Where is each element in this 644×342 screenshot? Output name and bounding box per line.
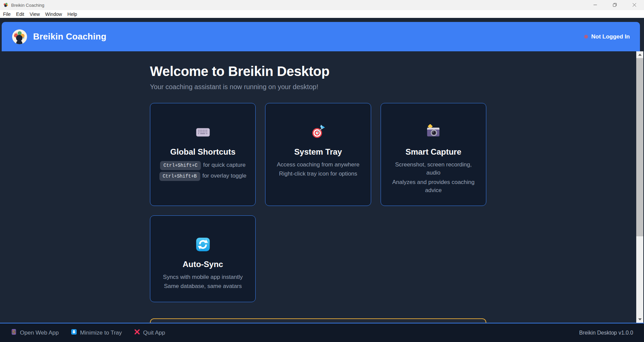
content-column: Welcome to Breikin Desktop Your coaching… <box>150 51 486 323</box>
card-title: Global Shortcuts <box>158 147 248 157</box>
footer-button-label: Quit App <box>143 330 165 336</box>
card-smart-capture: Smart Capture Screenshot, screen recordi… <box>381 103 486 206</box>
feature-cards-grid: Global Shortcuts Ctrl+Shift+C for quick … <box>150 103 486 302</box>
sync-icon <box>158 237 248 252</box>
shortcut-text: for quick capture <box>203 162 246 168</box>
card-line: Right-click tray icon for options <box>273 170 363 178</box>
page-title: Welcome to Breikin Desktop <box>150 64 486 79</box>
target-icon <box>273 124 363 140</box>
minimize-icon <box>593 3 597 8</box>
login-status-badge: Not Logged In <box>584 33 630 40</box>
vertical-scrollbar[interactable] <box>636 51 643 323</box>
close-icon <box>633 3 636 8</box>
shortcut-line: Ctrl+Shift+C for quick capture <box>158 161 248 170</box>
card-title: Auto-Sync <box>158 260 248 269</box>
down-arrow-icon <box>71 329 77 337</box>
app-title: Breikin Coaching <box>33 31 106 42</box>
kbd-chip: Ctrl+Shift+C <box>160 161 201 170</box>
minimize-to-tray-button[interactable]: Minimize to Tray <box>71 329 122 337</box>
quit-x-icon <box>134 329 140 337</box>
footer-button-label: Open Web App <box>20 330 59 336</box>
card-line: Same database, same avatars <box>158 282 248 290</box>
menu-file[interactable]: File <box>0 11 14 18</box>
window-title: Breikin Coaching <box>11 3 44 8</box>
card-line: Syncs with mobile app instantly <box>158 273 248 281</box>
card-auto-sync: Auto-Sync Syncs with mobile app instantl… <box>150 215 256 302</box>
card-line: Analyzes and provides coaching advice <box>388 178 479 195</box>
scroll-viewport: Welcome to Breikin Desktop Your coaching… <box>0 51 636 323</box>
restore-button[interactable] <box>605 0 624 10</box>
restore-icon <box>613 3 617 8</box>
app-footer: Open Web App Minimize to Tray Quit App B… <box>0 323 644 342</box>
main-scroll-area: Welcome to Breikin Desktop Your coaching… <box>0 51 644 323</box>
page-subtitle: Your coaching assistant is now running o… <box>150 83 486 91</box>
minimize-button[interactable] <box>585 0 605 10</box>
card-title: Smart Capture <box>388 147 479 157</box>
footer-button-label: Minimize to Tray <box>80 330 122 336</box>
camera-icon <box>388 124 479 140</box>
menu-window[interactable]: Window <box>43 11 65 18</box>
card-line: Access coaching from anywhere <box>273 161 363 169</box>
card-global-shortcuts: Global Shortcuts Ctrl+Shift+C for quick … <box>150 103 256 206</box>
app-version: Breikin Desktop v1.0.0 <box>579 330 633 336</box>
status-dot-icon <box>584 35 588 38</box>
menu-help[interactable]: Help <box>65 11 80 18</box>
quit-app-button[interactable]: Quit App <box>134 329 165 337</box>
titlebar: Breikin Coaching <box>0 0 644 10</box>
triangle-up-icon <box>638 54 642 56</box>
kbd-chip: Ctrl+Shift+B <box>159 172 200 181</box>
card-title: System Tray <box>273 147 363 157</box>
window-controls <box>585 0 644 10</box>
keyboard-icon <box>158 124 248 140</box>
card-line: Screenshot, screen recording, audio <box>388 161 479 177</box>
scroll-down-button[interactable] <box>636 316 643 323</box>
status-text: Not Logged In <box>591 33 630 40</box>
abacus-icon <box>11 329 17 337</box>
app-mini-logo-icon <box>3 2 8 8</box>
triangle-down-icon <box>638 318 642 320</box>
notice-panel-partial <box>150 318 486 323</box>
breikin-logo-icon <box>12 29 27 45</box>
menubar: File Edit View Window Help <box>0 10 644 18</box>
card-system-tray: System Tray Access coaching from anywher… <box>265 103 371 206</box>
shortcut-line: Ctrl+Shift+B for overlay toggle <box>158 172 248 181</box>
scroll-up-button[interactable] <box>636 51 643 58</box>
close-button[interactable] <box>624 0 644 10</box>
app-content: Breikin Coaching Not Logged In Welcome t… <box>0 18 644 342</box>
menu-view[interactable]: View <box>27 11 43 18</box>
scrollbar-thumb[interactable] <box>636 58 643 236</box>
app-header: Breikin Coaching Not Logged In <box>2 22 640 51</box>
open-web-app-button[interactable]: Open Web App <box>11 329 59 337</box>
menu-edit[interactable]: Edit <box>14 11 27 18</box>
shortcut-text: for overlay toggle <box>202 173 246 179</box>
